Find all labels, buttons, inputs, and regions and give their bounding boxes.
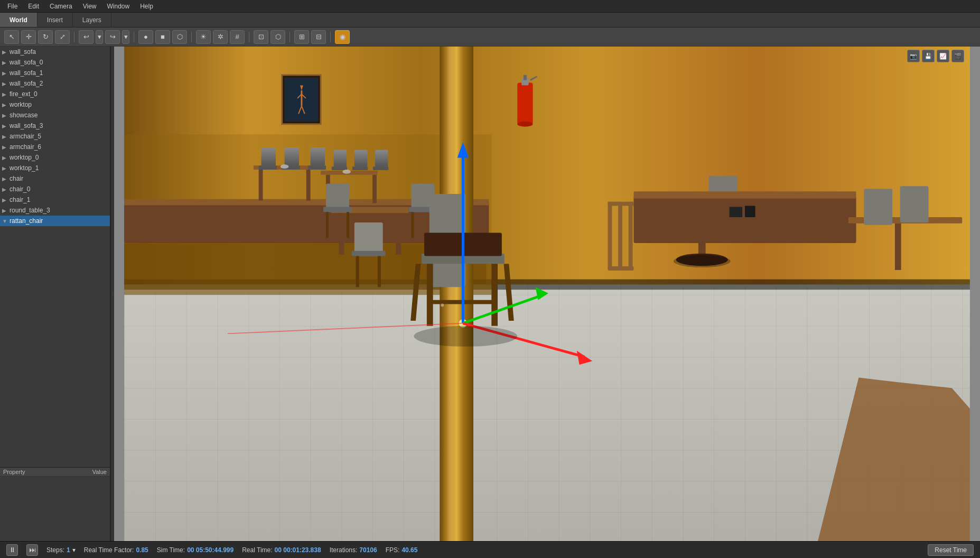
menubar: File Edit Camera View Window Help [0,0,980,13]
menu-edit[interactable]: Edit [23,2,44,11]
svg-rect-46 [378,256,381,287]
tree-arrow: ▶ [2,123,10,129]
screenshot-btn[interactable]: 📷 [907,50,920,62]
tree-item-wall-sofa-1[interactable]: ▶ wall_sofa_1 [0,68,110,78]
svg-rect-25 [332,166,347,170]
tree-label: wall_sofa_3 [10,122,108,129]
step-btn[interactable]: ⏭ [26,544,38,556]
viewport[interactable]: 📷 💾 📈 🎬 [114,46,980,541]
svg-rect-24 [334,150,347,166]
tree-item-armchair-5[interactable]: ▶ armchair_5 [0,131,110,142]
rtf-value: 0.85 [136,546,148,554]
tree-item-armchair-6[interactable]: ▶ armchair_6 [0,142,110,152]
svg-rect-78 [900,186,929,222]
pause-btn[interactable]: ⏸ [6,544,18,556]
svg-rect-10 [440,46,473,541]
menu-window[interactable]: Window [102,2,135,11]
tree-arrow: ▼ [2,218,10,224]
sphere-btn[interactable]: ● [138,30,153,44]
snap-btn[interactable]: ⊡ [254,30,268,44]
tree-item-worktop[interactable]: ▶ worktop [0,99,110,110]
svg-rect-14 [306,170,311,201]
highlight-btn[interactable]: ◉ [335,30,350,44]
tree-label: wall_sofa [10,48,108,55]
svg-rect-74 [608,266,634,271]
svg-rect-20 [285,147,299,165]
prop-header-value: Value [92,469,107,475]
svg-rect-38 [347,212,349,238]
svg-rect-79 [730,207,742,218]
menu-help[interactable]: Help [135,2,158,11]
align-left-btn[interactable]: ⊞ [294,30,309,44]
tree-item-wall-sofa-0[interactable]: ▶ wall_sofa_0 [0,57,110,68]
redo-dropdown-btn[interactable]: ▾ [122,30,129,44]
svg-rect-26 [354,150,367,166]
rotate-tool-btn[interactable]: ↻ [38,30,53,44]
undo-dropdown-btn[interactable]: ▾ [96,30,103,44]
tree-item-rattan-chair[interactable]: ▼ rattan_chair [0,216,110,226]
save-viewport-btn[interactable]: 💾 [922,50,935,62]
tree-item-wall-sofa-3[interactable]: ▶ wall_sofa_3 [0,120,110,131]
svg-rect-44 [352,251,386,256]
svg-rect-41 [411,212,414,238]
scale-tool-btn[interactable]: ⤢ [55,30,70,44]
tree-arrow: ▶ [2,113,10,118]
tree-item-chair-0[interactable]: ▶ chair_0 [0,184,110,194]
record-btn[interactable]: 🎬 [951,50,964,62]
tree-arrow: ▶ [2,187,10,192]
svg-rect-27 [352,166,368,170]
undo-btn[interactable]: ↩ [79,30,94,44]
tree-arrow: ▶ [2,70,10,76]
sep3 [191,32,192,42]
tree-label: rattan_chair [10,217,108,225]
iterations-value: 70106 [359,546,377,554]
tree-item-worktop-0[interactable]: ▶ worktop_0 [0,152,110,163]
plot-btn[interactable]: 📈 [937,50,949,62]
tree-label: showcase [10,111,108,119]
tree-item-round-table-3[interactable]: ▶ round_table_3 [0,205,110,216]
spotlight-btn[interactable]: ✲ [213,30,228,44]
svg-rect-33 [339,213,344,254]
reset-time-btn[interactable]: Reset Time [928,544,974,556]
svg-point-96 [441,304,444,307]
copy-btn[interactable]: ⬡ [270,30,285,44]
svg-rect-29 [373,166,388,170]
tab-layers[interactable]: Layers [73,13,111,27]
iterations-item: Iterations: 70106 [330,546,377,554]
realtime-label: Real Time: [242,546,272,554]
menu-camera[interactable]: Camera [44,2,78,11]
redo-btn[interactable]: ↪ [105,30,120,44]
steps-item: Steps: 1 ▾ [46,546,76,554]
tree-label: round_table_3 [10,207,108,214]
sun-btn[interactable]: ☀ [196,30,211,44]
move-tool-btn[interactable]: ✛ [21,30,36,44]
tree-label: chair [10,175,108,182]
svg-rect-36 [323,207,352,212]
scene-tree: ▶ wall_sofa ▶ wall_sofa_0 ▶ wall_sofa_1 … [0,46,110,467]
tab-insert[interactable]: Insert [38,13,73,27]
grid-btn[interactable]: # [230,30,245,44]
menu-view[interactable]: View [78,2,102,11]
tree-item-fire-ext-0[interactable]: ▶ fire_ext_0 [0,89,110,99]
prop-header: Property Value [0,468,110,477]
svg-rect-51 [491,264,498,326]
tabbar: World Insert Layers [0,13,980,27]
scene-view[interactable] [114,46,980,541]
box-btn[interactable]: ■ [155,30,170,44]
tree-item-chair[interactable]: ▶ chair [0,173,110,184]
svg-point-94 [414,326,517,347]
statusbar: ⏸ ⏭ Steps: 1 ▾ Real Time Factor: 0.85 Si… [0,541,980,558]
mirror-btn[interactable]: ⊟ [311,30,326,44]
svg-rect-34 [396,213,401,254]
tree-item-wall-sofa[interactable]: ▶ wall_sofa [0,46,110,57]
tree-item-showcase[interactable]: ▶ showcase [0,110,110,120]
select-tool-btn[interactable]: ↖ [4,30,19,44]
cylinder-btn[interactable]: ⬡ [172,30,187,44]
menu-file[interactable]: File [2,2,23,11]
tree-item-chair-1[interactable]: ▶ chair_1 [0,194,110,205]
fps-item: FPS: 40.65 [386,546,418,554]
tab-world[interactable]: World [0,13,38,27]
fps-value: 40.65 [402,546,417,554]
tree-item-wall-sofa-2[interactable]: ▶ wall_sofa_2 [0,78,110,89]
tree-item-worktop-1[interactable]: ▶ worktop_1 [0,163,110,173]
